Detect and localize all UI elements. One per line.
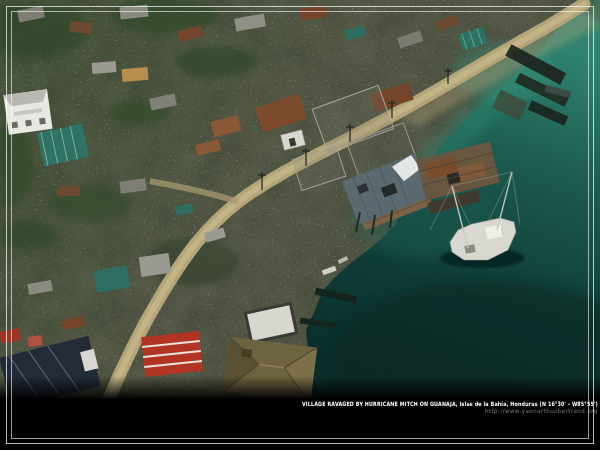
red-striped-roof-house [141, 331, 203, 377]
sea-water [300, 0, 600, 440]
photo-credit-url: http://www.yannarthusbertrand.org [258, 408, 598, 414]
red-shack-2 [27, 335, 42, 347]
photo-bottom-fade [0, 376, 600, 400]
aerial-photo [0, 0, 600, 450]
desktop-wallpaper: VILLAGE RAVAGED BY HURRICANE MITCH ON GU… [0, 0, 600, 450]
white-colonial-house [3, 89, 52, 135]
tan-building [122, 67, 149, 82]
caption-bar: VILLAGE RAVAGED BY HURRICANE MITCH ON GU… [228, 401, 598, 414]
